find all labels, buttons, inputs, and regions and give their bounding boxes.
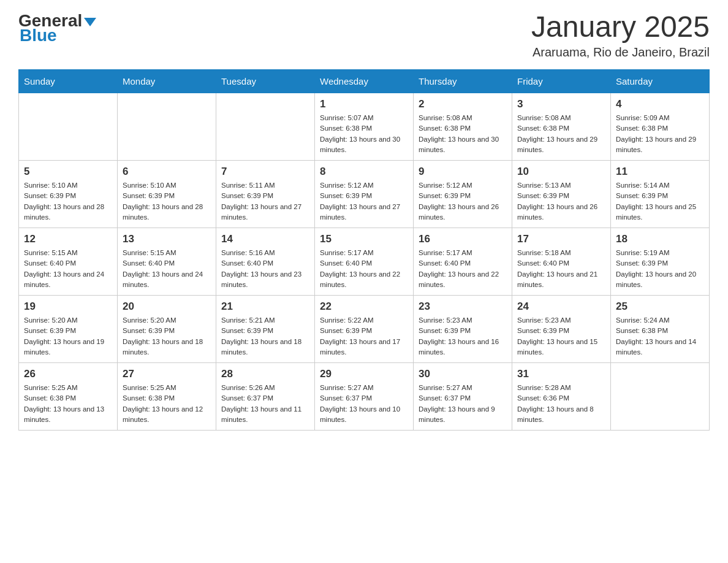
calendar-cell: 4Sunrise: 5:09 AMSunset: 6:38 PMDaylight… [611, 93, 710, 161]
day-info: Sunrise: 5:16 AMSunset: 6:40 PMDaylight:… [221, 248, 309, 290]
calendar-cell: 11Sunrise: 5:14 AMSunset: 6:39 PMDayligh… [611, 161, 710, 228]
calendar-cell: 25Sunrise: 5:24 AMSunset: 6:38 PMDayligh… [611, 296, 710, 363]
month-year-title: January 2025 [531, 12, 710, 42]
calendar-header: SundayMondayTuesdayWednesdayThursdayFrid… [19, 70, 710, 93]
calendar-cell: 22Sunrise: 5:22 AMSunset: 6:39 PMDayligh… [315, 296, 414, 363]
calendar-week-row: 1Sunrise: 5:07 AMSunset: 6:38 PMDaylight… [19, 93, 710, 161]
day-number: 6 [123, 166, 211, 178]
calendar-cell: 23Sunrise: 5:23 AMSunset: 6:39 PMDayligh… [414, 296, 512, 363]
calendar-week-row: 12Sunrise: 5:15 AMSunset: 6:40 PMDayligh… [19, 228, 710, 296]
day-info: Sunrise: 5:12 AMSunset: 6:39 PMDaylight:… [419, 180, 507, 223]
calendar-day-header: Wednesday [315, 70, 414, 93]
day-info: Sunrise: 5:23 AMSunset: 6:39 PMDaylight:… [419, 315, 507, 358]
day-info: Sunrise: 5:09 AMSunset: 6:38 PMDaylight:… [616, 113, 704, 155]
day-number: 2 [419, 98, 507, 110]
day-number: 29 [320, 368, 408, 380]
calendar-week-row: 5Sunrise: 5:10 AMSunset: 6:39 PMDaylight… [19, 161, 710, 228]
day-number: 30 [419, 368, 507, 380]
day-number: 3 [517, 98, 605, 110]
day-info: Sunrise: 5:17 AMSunset: 6:40 PMDaylight:… [419, 248, 507, 290]
day-number: 1 [320, 98, 408, 110]
calendar-cell: 16Sunrise: 5:17 AMSunset: 6:40 PMDayligh… [414, 228, 512, 296]
calendar-cell: 21Sunrise: 5:21 AMSunset: 6:39 PMDayligh… [216, 296, 315, 363]
calendar-cell [118, 93, 216, 161]
calendar-cell: 10Sunrise: 5:13 AMSunset: 6:39 PMDayligh… [512, 161, 611, 228]
calendar-day-header: Friday [512, 70, 611, 93]
day-info: Sunrise: 5:25 AMSunset: 6:38 PMDaylight:… [24, 383, 112, 425]
calendar-cell: 24Sunrise: 5:23 AMSunset: 6:39 PMDayligh… [512, 296, 611, 363]
day-info: Sunrise: 5:26 AMSunset: 6:37 PMDaylight:… [221, 383, 309, 425]
calendar-cell: 31Sunrise: 5:28 AMSunset: 6:36 PMDayligh… [512, 363, 611, 431]
location-text: Araruama, Rio de Janeiro, Brazil [531, 45, 710, 59]
day-number: 31 [517, 368, 605, 380]
calendar-cell [611, 363, 710, 431]
calendar-cell: 8Sunrise: 5:12 AMSunset: 6:39 PMDaylight… [315, 161, 414, 228]
day-number: 13 [123, 233, 211, 245]
day-info: Sunrise: 5:15 AMSunset: 6:40 PMDaylight:… [24, 248, 112, 290]
calendar-cell: 5Sunrise: 5:10 AMSunset: 6:39 PMDaylight… [19, 161, 118, 228]
calendar-cell [19, 93, 118, 161]
day-info: Sunrise: 5:17 AMSunset: 6:40 PMDaylight:… [320, 248, 408, 290]
day-number: 5 [24, 166, 112, 178]
page-header: General Blue January 2025 Araruama, Rio … [18, 12, 710, 59]
calendar-cell: 27Sunrise: 5:25 AMSunset: 6:38 PMDayligh… [118, 363, 216, 431]
day-info: Sunrise: 5:12 AMSunset: 6:39 PMDaylight:… [320, 180, 408, 223]
day-number: 18 [616, 233, 704, 245]
day-info: Sunrise: 5:13 AMSunset: 6:39 PMDaylight:… [517, 180, 605, 223]
day-number: 11 [616, 166, 704, 178]
day-number: 23 [419, 301, 507, 313]
day-info: Sunrise: 5:14 AMSunset: 6:39 PMDaylight:… [616, 180, 704, 223]
calendar-day-header: Tuesday [216, 70, 315, 93]
day-number: 10 [517, 166, 605, 178]
calendar-cell: 26Sunrise: 5:25 AMSunset: 6:38 PMDayligh… [19, 363, 118, 431]
day-number: 26 [24, 368, 112, 380]
day-info: Sunrise: 5:08 AMSunset: 6:38 PMDaylight:… [517, 113, 605, 155]
calendar-cell: 15Sunrise: 5:17 AMSunset: 6:40 PMDayligh… [315, 228, 414, 296]
day-info: Sunrise: 5:25 AMSunset: 6:38 PMDaylight:… [123, 383, 211, 425]
day-info: Sunrise: 5:18 AMSunset: 6:40 PMDaylight:… [517, 248, 605, 290]
day-info: Sunrise: 5:24 AMSunset: 6:38 PMDaylight:… [616, 315, 704, 358]
day-info: Sunrise: 5:19 AMSunset: 6:39 PMDaylight:… [616, 248, 704, 290]
calendar-cell: 20Sunrise: 5:20 AMSunset: 6:39 PMDayligh… [118, 296, 216, 363]
calendar-table: SundayMondayTuesdayWednesdayThursdayFrid… [18, 69, 710, 431]
day-number: 14 [221, 233, 309, 245]
day-number: 4 [616, 98, 704, 110]
day-info: Sunrise: 5:20 AMSunset: 6:39 PMDaylight:… [24, 315, 112, 358]
calendar-day-header: Sunday [19, 70, 118, 93]
day-info: Sunrise: 5:15 AMSunset: 6:40 PMDaylight:… [123, 248, 211, 290]
calendar-header-row: SundayMondayTuesdayWednesdayThursdayFrid… [19, 70, 710, 93]
day-number: 7 [221, 166, 309, 178]
day-info: Sunrise: 5:28 AMSunset: 6:36 PMDaylight:… [517, 383, 605, 425]
day-info: Sunrise: 5:21 AMSunset: 6:39 PMDaylight:… [221, 315, 309, 358]
title-section: January 2025 Araruama, Rio de Janeiro, B… [531, 12, 710, 59]
day-number: 19 [24, 301, 112, 313]
calendar-cell: 9Sunrise: 5:12 AMSunset: 6:39 PMDaylight… [414, 161, 512, 228]
calendar-cell: 2Sunrise: 5:08 AMSunset: 6:38 PMDaylight… [414, 93, 512, 161]
calendar-cell: 14Sunrise: 5:16 AMSunset: 6:40 PMDayligh… [216, 228, 315, 296]
day-info: Sunrise: 5:20 AMSunset: 6:39 PMDaylight:… [123, 315, 211, 358]
calendar-cell: 12Sunrise: 5:15 AMSunset: 6:40 PMDayligh… [19, 228, 118, 296]
day-info: Sunrise: 5:10 AMSunset: 6:39 PMDaylight:… [24, 180, 112, 223]
day-number: 28 [221, 368, 309, 380]
day-info: Sunrise: 5:22 AMSunset: 6:39 PMDaylight:… [320, 315, 408, 358]
calendar-cell: 28Sunrise: 5:26 AMSunset: 6:37 PMDayligh… [216, 363, 315, 431]
calendar-week-row: 26Sunrise: 5:25 AMSunset: 6:38 PMDayligh… [19, 363, 710, 431]
day-number: 24 [517, 301, 605, 313]
calendar-cell: 13Sunrise: 5:15 AMSunset: 6:40 PMDayligh… [118, 228, 216, 296]
day-number: 20 [123, 301, 211, 313]
day-number: 15 [320, 233, 408, 245]
calendar-cell: 17Sunrise: 5:18 AMSunset: 6:40 PMDayligh… [512, 228, 611, 296]
day-info: Sunrise: 5:07 AMSunset: 6:38 PMDaylight:… [320, 113, 408, 155]
day-info: Sunrise: 5:27 AMSunset: 6:37 PMDaylight:… [419, 383, 507, 425]
calendar-cell: 3Sunrise: 5:08 AMSunset: 6:38 PMDaylight… [512, 93, 611, 161]
calendar-cell: 1Sunrise: 5:07 AMSunset: 6:38 PMDaylight… [315, 93, 414, 161]
day-number: 27 [123, 368, 211, 380]
calendar-cell: 6Sunrise: 5:10 AMSunset: 6:39 PMDaylight… [118, 161, 216, 228]
calendar-cell: 30Sunrise: 5:27 AMSunset: 6:37 PMDayligh… [414, 363, 512, 431]
day-number: 9 [419, 166, 507, 178]
calendar-cell: 18Sunrise: 5:19 AMSunset: 6:39 PMDayligh… [611, 228, 710, 296]
calendar-cell [216, 93, 315, 161]
calendar-day-header: Monday [118, 70, 216, 93]
day-number: 8 [320, 166, 408, 178]
calendar-cell: 29Sunrise: 5:27 AMSunset: 6:37 PMDayligh… [315, 363, 414, 431]
